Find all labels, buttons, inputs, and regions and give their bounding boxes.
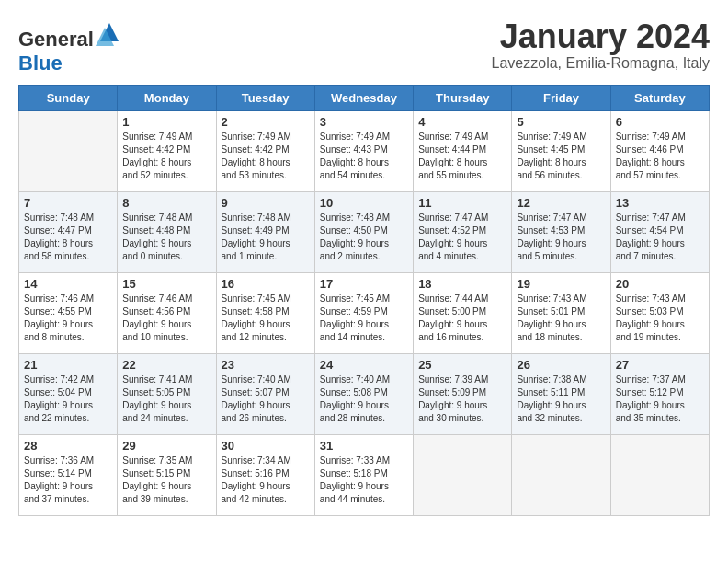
- day-number: 15: [122, 277, 210, 291]
- calendar-cell: [512, 435, 610, 516]
- day-number: 18: [418, 277, 506, 291]
- day-info: Sunrise: 7:49 AM Sunset: 4:42 PM Dayligh…: [122, 131, 210, 182]
- day-number: 28: [24, 439, 112, 453]
- calendar-cell: 21Sunrise: 7:42 AM Sunset: 5:04 PM Dayli…: [19, 354, 118, 435]
- day-info: Sunrise: 7:47 AM Sunset: 4:52 PM Dayligh…: [418, 212, 506, 263]
- day-number: 12: [517, 196, 605, 210]
- calendar-cell: 23Sunrise: 7:40 AM Sunset: 5:07 PM Dayli…: [216, 354, 314, 435]
- calendar-week-row: 1Sunrise: 7:49 AM Sunset: 4:42 PM Daylig…: [19, 111, 710, 192]
- calendar-cell: 6Sunrise: 7:49 AM Sunset: 4:46 PM Daylig…: [610, 111, 709, 192]
- day-info: Sunrise: 7:49 AM Sunset: 4:44 PM Dayligh…: [418, 131, 506, 182]
- day-info: Sunrise: 7:47 AM Sunset: 4:54 PM Dayligh…: [616, 212, 704, 263]
- day-info: Sunrise: 7:45 AM Sunset: 4:58 PM Dayligh…: [222, 293, 310, 344]
- calendar-title: January 2024: [492, 18, 710, 55]
- day-number: 1: [122, 115, 210, 129]
- calendar-cell: 4Sunrise: 7:49 AM Sunset: 4:44 PM Daylig…: [414, 111, 512, 192]
- calendar-cell: 30Sunrise: 7:34 AM Sunset: 5:16 PM Dayli…: [216, 435, 314, 516]
- calendar-cell: 19Sunrise: 7:43 AM Sunset: 5:01 PM Dayli…: [512, 273, 610, 354]
- calendar-cell: 10Sunrise: 7:48 AM Sunset: 4:50 PM Dayli…: [314, 192, 413, 273]
- day-info: Sunrise: 7:49 AM Sunset: 4:42 PM Dayligh…: [222, 131, 310, 182]
- calendar-cell: 12Sunrise: 7:47 AM Sunset: 4:53 PM Dayli…: [512, 192, 610, 273]
- header-thursday: Thursday: [414, 86, 512, 111]
- calendar-cell: 11Sunrise: 7:47 AM Sunset: 4:52 PM Dayli…: [414, 192, 512, 273]
- logo-icon: [96, 18, 123, 46]
- day-info: Sunrise: 7:34 AM Sunset: 5:16 PM Dayligh…: [222, 454, 310, 506]
- day-number: 2: [222, 115, 310, 129]
- day-number: 23: [222, 358, 310, 372]
- calendar-cell: 9Sunrise: 7:48 AM Sunset: 4:49 PM Daylig…: [216, 192, 314, 273]
- header-saturday: Saturday: [610, 86, 709, 111]
- calendar-week-row: 21Sunrise: 7:42 AM Sunset: 5:04 PM Dayli…: [19, 354, 710, 435]
- day-info: Sunrise: 7:48 AM Sunset: 4:47 PM Dayligh…: [24, 212, 112, 263]
- calendar-cell: 16Sunrise: 7:45 AM Sunset: 4:58 PM Dayli…: [216, 273, 314, 354]
- day-number: 24: [320, 358, 408, 372]
- day-info: Sunrise: 7:40 AM Sunset: 5:08 PM Dayligh…: [320, 373, 408, 425]
- calendar-cell: [414, 435, 512, 516]
- day-number: 9: [222, 196, 310, 210]
- day-info: Sunrise: 7:37 AM Sunset: 5:12 PM Dayligh…: [616, 373, 704, 425]
- day-number: 17: [320, 277, 408, 291]
- calendar-cell: 8Sunrise: 7:48 AM Sunset: 4:48 PM Daylig…: [118, 192, 216, 273]
- calendar-cell: 31Sunrise: 7:33 AM Sunset: 5:18 PM Dayli…: [314, 435, 413, 516]
- day-number: 14: [24, 277, 112, 291]
- day-number: 20: [616, 277, 704, 291]
- day-info: Sunrise: 7:46 AM Sunset: 4:55 PM Dayligh…: [24, 293, 112, 344]
- day-info: Sunrise: 7:40 AM Sunset: 5:07 PM Dayligh…: [222, 373, 310, 425]
- day-info: Sunrise: 7:41 AM Sunset: 5:05 PM Dayligh…: [122, 373, 210, 425]
- day-info: Sunrise: 7:49 AM Sunset: 4:45 PM Dayligh…: [517, 131, 605, 182]
- calendar-cell: 17Sunrise: 7:45 AM Sunset: 4:59 PM Dayli…: [314, 273, 413, 354]
- calendar-table: SundayMondayTuesdayWednesdayThursdayFrid…: [18, 85, 710, 516]
- calendar-cell: [19, 111, 118, 192]
- calendar-cell: 14Sunrise: 7:46 AM Sunset: 4:55 PM Dayli…: [19, 273, 118, 354]
- day-number: 5: [517, 115, 605, 129]
- calendar-cell: [610, 435, 709, 516]
- day-info: Sunrise: 7:48 AM Sunset: 4:50 PM Dayligh…: [320, 212, 408, 263]
- header-tuesday: Tuesday: [216, 86, 314, 111]
- calendar-cell: 29Sunrise: 7:35 AM Sunset: 5:15 PM Dayli…: [118, 435, 216, 516]
- calendar-cell: 1Sunrise: 7:49 AM Sunset: 4:42 PM Daylig…: [118, 111, 216, 192]
- day-info: Sunrise: 7:48 AM Sunset: 4:48 PM Dayligh…: [122, 212, 210, 263]
- title-section: January 2024 Lavezzola, Emilia-Romagna, …: [492, 18, 710, 72]
- header-sunday: Sunday: [19, 86, 118, 111]
- day-number: 21: [24, 358, 112, 372]
- day-info: Sunrise: 7:36 AM Sunset: 5:14 PM Dayligh…: [24, 454, 112, 506]
- calendar-cell: 28Sunrise: 7:36 AM Sunset: 5:14 PM Dayli…: [19, 435, 118, 516]
- calendar-cell: 22Sunrise: 7:41 AM Sunset: 5:05 PM Dayli…: [118, 354, 216, 435]
- day-info: Sunrise: 7:35 AM Sunset: 5:15 PM Dayligh…: [122, 454, 210, 506]
- logo: General Blue: [18, 18, 123, 75]
- day-info: Sunrise: 7:45 AM Sunset: 4:59 PM Dayligh…: [320, 293, 408, 344]
- day-number: 4: [418, 115, 506, 129]
- calendar-cell: 13Sunrise: 7:47 AM Sunset: 4:54 PM Dayli…: [610, 192, 709, 273]
- day-info: Sunrise: 7:47 AM Sunset: 4:53 PM Dayligh…: [517, 212, 605, 263]
- day-info: Sunrise: 7:44 AM Sunset: 5:00 PM Dayligh…: [418, 293, 506, 344]
- calendar-week-row: 28Sunrise: 7:36 AM Sunset: 5:14 PM Dayli…: [19, 435, 710, 516]
- header-wednesday: Wednesday: [314, 86, 413, 111]
- day-info: Sunrise: 7:49 AM Sunset: 4:46 PM Dayligh…: [616, 131, 704, 182]
- day-number: 3: [320, 115, 408, 129]
- header-friday: Friday: [512, 86, 610, 111]
- day-info: Sunrise: 7:49 AM Sunset: 4:43 PM Dayligh…: [320, 131, 408, 182]
- calendar-week-row: 7Sunrise: 7:48 AM Sunset: 4:47 PM Daylig…: [19, 192, 710, 273]
- calendar-cell: 27Sunrise: 7:37 AM Sunset: 5:12 PM Dayli…: [610, 354, 709, 435]
- day-info: Sunrise: 7:43 AM Sunset: 5:01 PM Dayligh…: [517, 293, 605, 344]
- calendar-cell: 18Sunrise: 7:44 AM Sunset: 5:00 PM Dayli…: [414, 273, 512, 354]
- day-number: 6: [616, 115, 704, 129]
- day-number: 26: [517, 358, 605, 372]
- calendar-cell: 15Sunrise: 7:46 AM Sunset: 4:56 PM Dayli…: [118, 273, 216, 354]
- day-number: 22: [122, 358, 210, 372]
- day-number: 10: [320, 196, 408, 210]
- calendar-cell: 25Sunrise: 7:39 AM Sunset: 5:09 PM Dayli…: [414, 354, 512, 435]
- day-number: 13: [616, 196, 704, 210]
- day-info: Sunrise: 7:43 AM Sunset: 5:03 PM Dayligh…: [616, 293, 704, 344]
- calendar-cell: 26Sunrise: 7:38 AM Sunset: 5:11 PM Dayli…: [512, 354, 610, 435]
- day-info: Sunrise: 7:39 AM Sunset: 5:09 PM Dayligh…: [418, 373, 506, 425]
- calendar-header-row: SundayMondayTuesdayWednesdayThursdayFrid…: [19, 86, 710, 111]
- day-number: 25: [418, 358, 506, 372]
- calendar-cell: 3Sunrise: 7:49 AM Sunset: 4:43 PM Daylig…: [314, 111, 413, 192]
- calendar-cell: 24Sunrise: 7:40 AM Sunset: 5:08 PM Dayli…: [314, 354, 413, 435]
- day-info: Sunrise: 7:48 AM Sunset: 4:49 PM Dayligh…: [222, 212, 310, 263]
- calendar-cell: 7Sunrise: 7:48 AM Sunset: 4:47 PM Daylig…: [19, 192, 118, 273]
- day-info: Sunrise: 7:33 AM Sunset: 5:18 PM Dayligh…: [320, 454, 408, 506]
- calendar-cell: 20Sunrise: 7:43 AM Sunset: 5:03 PM Dayli…: [610, 273, 709, 354]
- logo-blue-text: Blue: [18, 52, 63, 75]
